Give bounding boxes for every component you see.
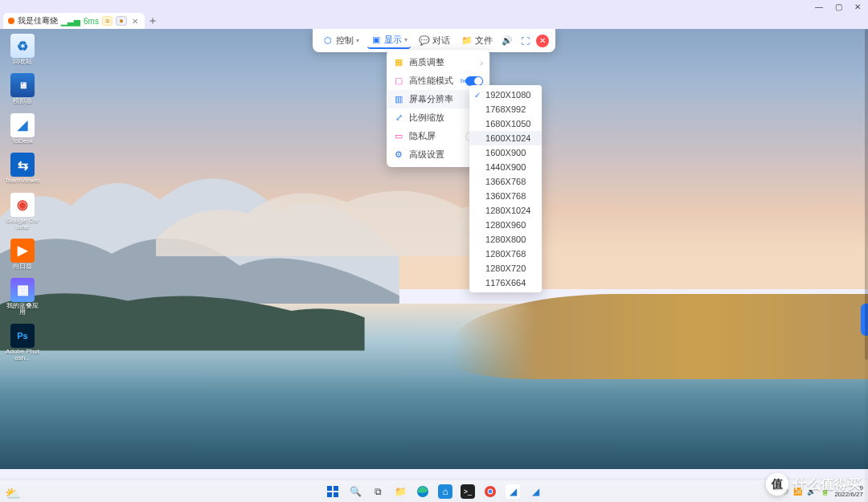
signal-badge-icon: ≡ <box>102 16 113 26</box>
resolution-option[interactable]: 1600X900 <box>469 145 542 160</box>
desktop-icon-label: 向日葵 <box>13 263 32 270</box>
remote-desktop[interactable]: ♻回收站🖥模拟器◢ToDesk⇆TeamViewer◉Google Chrome… <box>0 29 868 502</box>
toolbar-control[interactable]: ⬡ 控制 ▾ <box>319 33 362 48</box>
start-button[interactable] <box>326 484 340 499</box>
menu-quality-label: 画质调整 <box>409 56 444 68</box>
chevron-down-icon: ▾ <box>404 36 407 43</box>
svg-rect-3 <box>334 492 338 497</box>
resolution-option[interactable]: 1360X768 <box>469 189 542 203</box>
toolbar-file-label: 文件 <box>475 35 493 47</box>
desktop-icon-teamviewer[interactable]: ⇆TeamViewer <box>5 153 40 184</box>
taskbar-center: 🔍 ⧉ 📁 ⌂ >_ ◢ ◢ <box>326 484 542 499</box>
toolbar-display[interactable]: ▣ 显示 ▾ <box>367 32 411 49</box>
terminal-icon[interactable]: >_ <box>461 484 475 499</box>
taskbar[interactable]: ⛅ 🔍 ⧉ 📁 ⌂ >_ ◢ ◢ ˄ ㊥ 📶 🔈 🔋 <box>0 480 868 502</box>
search-button[interactable]: 🔍 <box>348 484 362 499</box>
resolution-option[interactable]: 1440X900 <box>469 160 542 174</box>
svg-point-7 <box>489 489 493 493</box>
session-tab[interactable]: 我是佳骞烧 ▁▃▅ 6ms ≡ ● ✕ <box>3 13 145 29</box>
toolbar-chat-label: 对话 <box>432 35 450 47</box>
menu-privacy-label: 隐私屏 <box>409 130 436 142</box>
watermark-badge-icon: 值 <box>766 473 788 496</box>
chrome-icon: ◉ <box>10 193 35 217</box>
apps-icon: ▦ <box>10 278 35 302</box>
resolution-icon: ▥ <box>393 94 404 105</box>
chrome-icon[interactable] <box>483 484 497 499</box>
watermark: 值 什么值得买 <box>766 473 862 496</box>
scrollbar-thumb[interactable] <box>865 29 868 360</box>
menu-hiperf-label: 高性能模式 <box>409 75 453 87</box>
desktop-icon-apps[interactable]: ▦我的蓝叠应用 <box>5 278 40 316</box>
resolution-option[interactable]: 1366X768 <box>469 174 542 189</box>
resolution-option[interactable]: 1280X1024 <box>469 203 542 218</box>
resolution-submenu: 1920X10801768X9921680X10501600X10241600X… <box>469 85 542 292</box>
taskbar-left: ⛅ <box>5 480 16 502</box>
close-button[interactable]: ✕ <box>852 1 863 12</box>
taskview-button[interactable]: ⧉ <box>371 484 385 499</box>
lock-badge-icon: ● <box>116 16 126 26</box>
control-toolbar: ⬡ 控制 ▾ ▣ 显示 ▾ 💬 对话 📁 文件 🔊 ⛶ ✕ <box>313 29 555 52</box>
store-icon[interactable]: ⌂ <box>438 484 452 499</box>
new-tab-button[interactable]: ＋ <box>145 13 161 29</box>
menu-quality[interactable]: ▦ 画质调整 <box>387 53 489 71</box>
privacy-icon: ▭ <box>393 131 404 142</box>
watermark-text: 什么值得买 <box>793 476 862 493</box>
desktop-icon-thispc[interactable]: 🖥模拟器 <box>5 73 40 104</box>
tab-close-button[interactable]: ✕ <box>130 17 140 26</box>
sound-button[interactable]: 🔊 <box>501 35 514 47</box>
menu-advanced-label: 高级设置 <box>409 149 444 161</box>
scale-icon: ⤢ <box>393 112 404 124</box>
resolution-option[interactable]: 1680X1050 <box>469 116 542 131</box>
teamviewer-icon: ⇆ <box>10 153 35 177</box>
desktop-icon-photoshop[interactable]: PsAdobe Photosh... <box>5 324 40 361</box>
desktop-icon-label: Adobe Photosh... <box>5 349 40 361</box>
explorer-icon[interactable]: 📁 <box>393 484 407 499</box>
app-window: — ▢ ✕ 我是佳骞烧 ▁▃▅ 6ms ≡ ● ✕ ＋ <box>0 0 868 502</box>
disconnect-button[interactable]: ✕ <box>536 35 549 47</box>
scrollbar-vertical[interactable] <box>865 29 868 502</box>
desktop-icon-label: TeamViewer <box>5 178 40 184</box>
display-icon: ▣ <box>371 35 382 46</box>
desktop-icon-label: ToDesk <box>12 138 34 145</box>
resolution-option[interactable]: 1920X1080 <box>469 88 542 102</box>
todesk-icon: ◢ <box>10 113 35 137</box>
resolution-option[interactable]: 1176X664 <box>469 275 542 290</box>
desktop-icon-recycle[interactable]: ♻回收站 <box>5 34 40 65</box>
minimize-button[interactable]: — <box>813 1 825 12</box>
todesk-taskbar-icon[interactable]: ◢ <box>506 484 520 499</box>
desktop-icon-label: 模拟器 <box>13 98 32 104</box>
menu-scale-label: 比例缩放 <box>409 112 444 124</box>
toolbar-chat[interactable]: 💬 对话 <box>416 33 453 48</box>
sunflower-taskbar-icon[interactable]: ◢ <box>528 484 542 499</box>
hiperf-toggle[interactable] <box>465 76 483 86</box>
resolution-option[interactable]: 1280X960 <box>469 218 542 232</box>
maximize-button[interactable]: ▢ <box>833 1 844 12</box>
lightning-icon: ▢ <box>393 76 404 87</box>
toolbar-display-label: 显示 <box>384 34 402 46</box>
gear-icon: ⚙ <box>393 149 404 161</box>
control-icon: ⬡ <box>322 35 334 47</box>
desktop-icon-label: 我的蓝叠应用 <box>5 303 40 316</box>
toolbar-file[interactable]: 📁 文件 <box>458 33 496 48</box>
fullscreen-button[interactable]: ⛶ <box>518 35 531 47</box>
session-favicon-icon <box>8 18 14 24</box>
menu-resolution-label: 屏幕分辨率 <box>409 93 453 105</box>
desktop-icons: ♻回收站🖥模拟器◢ToDesk⇆TeamViewer◉Google Chrome… <box>5 34 40 361</box>
thispc-icon: 🖥 <box>10 73 35 97</box>
resolution-option[interactable]: 1280X768 <box>469 247 542 261</box>
svg-rect-0 <box>327 486 332 491</box>
toolbar-control-label: 控制 <box>336 35 354 47</box>
chat-icon: 💬 <box>419 35 430 47</box>
resolution-option[interactable]: 1768X992 <box>469 102 542 116</box>
edge-icon[interactable] <box>416 484 430 499</box>
desktop-icon-chrome[interactable]: ◉Google Chrome <box>5 193 40 231</box>
resolution-option[interactable]: 1600X1024 <box>469 131 542 145</box>
resolution-option[interactable]: 1280X800 <box>469 232 542 247</box>
resolution-option[interactable]: 1280X720 <box>469 261 542 275</box>
desktop-icon-label: Google Chrome <box>5 218 40 231</box>
chevron-down-icon: ▾ <box>356 37 359 44</box>
desktop-icon-sunflower[interactable]: ▶向日葵 <box>5 239 40 270</box>
weather-icon[interactable]: ⛅ <box>5 486 16 497</box>
titlebar: — ▢ ✕ <box>0 0 868 13</box>
desktop-icon-todesk[interactable]: ◢ToDesk <box>5 113 40 145</box>
